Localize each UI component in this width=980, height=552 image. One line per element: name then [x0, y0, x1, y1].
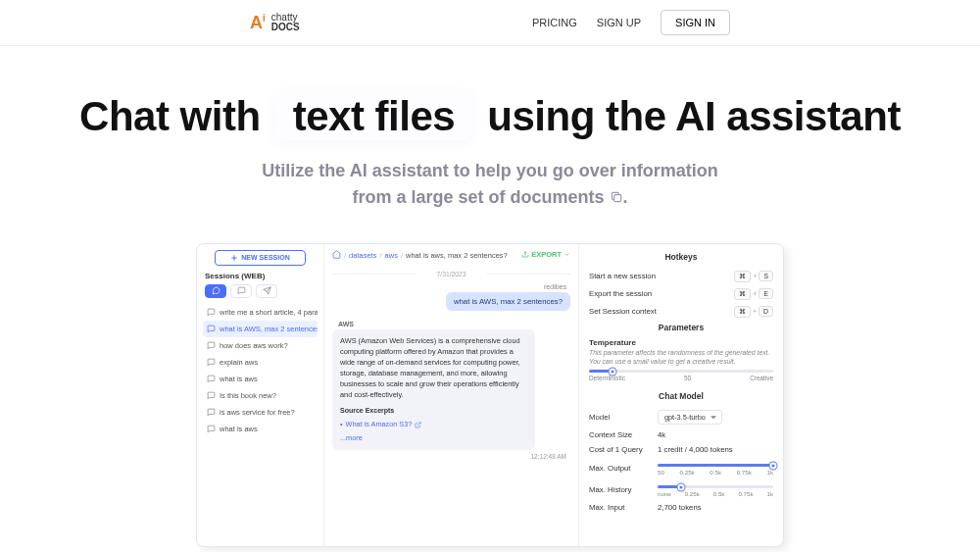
temp-slider[interactable]: [589, 370, 773, 373]
user-name: redibes: [332, 283, 570, 290]
nav-signup[interactable]: SIGN UP: [597, 17, 641, 28]
ctx-label: Context Size: [589, 430, 658, 439]
session-item[interactable]: Is this book new?: [203, 387, 318, 404]
parameters-title: Parameters: [589, 323, 773, 332]
send-icon: [263, 286, 271, 295]
user-message: what is AWS, max 2 sentences?: [446, 292, 570, 311]
session-item-label: how does aws work?: [220, 341, 288, 350]
chat-icon: [207, 341, 216, 350]
source-link-text: What is Amazon S3?: [346, 420, 413, 430]
sessions-heading: Sessions (WEB): [205, 272, 316, 280]
key: ⌘: [734, 271, 751, 282]
hero-sub-line1: Utilize the AI assistant to help you go …: [262, 161, 717, 180]
hotkey-row: Export the session ⌘+E: [589, 285, 773, 303]
logo-line2: DOCS: [271, 23, 300, 32]
session-item-label: explain aws: [220, 358, 258, 367]
key: ⌘: [734, 306, 751, 318]
hotkey-label: Export the session: [589, 289, 652, 298]
chatmodel-title: Chat Model: [589, 391, 773, 401]
session-item[interactable]: what is aws: [203, 371, 318, 387]
logo[interactable]: Ai chatty DOCS: [250, 13, 300, 33]
key: D: [759, 306, 773, 317]
hotkey-keys: ⌘+S: [734, 271, 773, 282]
key: ⌘: [734, 288, 751, 300]
nav-pricing[interactable]: PRICING: [532, 17, 577, 28]
logo-mark-icon: Ai: [250, 13, 266, 33]
more-link[interactable]: ...more: [340, 433, 527, 444]
maxin-row: Max. Input 2,700 tokens: [589, 500, 773, 515]
tab-doc[interactable]: [230, 284, 252, 298]
hotkey-row: Set Session context ⌘+D: [589, 303, 773, 321]
source-link[interactable]: • What is Amazon S3?: [340, 420, 527, 430]
slider-thumb[interactable]: [610, 368, 616, 375]
model-label: Model: [589, 413, 658, 422]
external-link-icon: [415, 422, 421, 428]
crumb-aws[interactable]: aws: [385, 251, 398, 260]
session-item[interactable]: how does aws work?: [203, 337, 318, 354]
hotkey-row: Start a new session ⌘+S: [589, 268, 773, 285]
crumb-datasets[interactable]: datasets: [349, 251, 376, 260]
model-row: Model gpt-3.5-turbo: [589, 407, 773, 427]
model-select[interactable]: gpt-3.5-turbo: [658, 410, 722, 425]
ctx-value: 4k: [658, 430, 773, 439]
date-divider: 7/31/2023: [332, 271, 570, 277]
new-session-label: NEW SESSION: [241, 254, 289, 261]
slider-thumb[interactable]: [677, 483, 684, 490]
session-item[interactable]: write me a short article, 4 para...: [203, 304, 318, 321]
cost-row: Cost of 1 Query 1 credit / 4,000 tokens: [589, 442, 773, 457]
plus-icon: [230, 254, 238, 262]
session-item-active[interactable]: what is AWS, max 2 sentences?: [203, 321, 318, 337]
cost-value: 1 credit / 4,000 tokens: [658, 445, 773, 454]
hotkey-keys: ⌘+D: [734, 306, 773, 318]
ai-label: AWS: [338, 321, 570, 327]
maxout-row: Max. Output 500.25k0.5k0.75k1k: [589, 457, 773, 478]
hero-sub-line2: from a large set of documents: [352, 187, 609, 207]
maxhist-slider[interactable]: [658, 485, 773, 488]
temp-label: Temperature: [589, 338, 773, 347]
app-screenshot: NEW SESSION Sessions (WEB) write me a sh…: [196, 243, 784, 547]
maxout-slider[interactable]: [658, 464, 773, 467]
hotkey-keys: ⌘+E: [734, 288, 773, 300]
cost-label: Cost of 1 Query: [589, 445, 658, 454]
session-item[interactable]: what is aws: [203, 421, 318, 437]
new-session-button[interactable]: NEW SESSION: [215, 250, 307, 266]
temp-desc: This parameter affects the randomness of…: [589, 349, 773, 367]
hero-title-highlight: text files: [275, 93, 472, 140]
source-excerpts-title: Source Excerpts: [340, 406, 527, 417]
doc-icon: [237, 286, 246, 295]
export-label: EXPORT: [531, 250, 562, 259]
export-icon: [521, 250, 529, 258]
key: E: [759, 288, 773, 299]
hero-title-a: Chat with: [79, 93, 260, 139]
chat-icon: [207, 358, 216, 367]
hotkey-label: Set Session context: [589, 307, 657, 316]
hero: Chat with text files using the AI assist…: [0, 46, 980, 229]
hero-title: Chat with text files using the AI assist…: [29, 93, 951, 140]
sidebar: NEW SESSION Sessions (WEB) write me a sh…: [197, 244, 324, 546]
key: S: [759, 271, 773, 281]
tab-chat[interactable]: [205, 284, 226, 298]
chat-panel: / datasets / aws / what is aws, max 2 se…: [324, 244, 579, 546]
session-item-label: what is AWS, max 2 sentences?: [220, 325, 318, 333]
copy-icon: [610, 185, 623, 212]
session-item-label: is aws service for free?: [220, 408, 295, 417]
session-filter-tabs: [205, 284, 316, 298]
hotkey-label: Start a new session: [589, 272, 656, 280]
export-button[interactable]: EXPORT: [521, 250, 570, 259]
timestamp: 12:12:48 AM: [332, 453, 570, 460]
home-icon[interactable]: [332, 250, 341, 261]
ai-message: AWS (Amazon Web Services) is a comprehen…: [332, 329, 535, 450]
maxhist-row: Max. History none0.25k0.5k0.75k1k: [589, 478, 773, 500]
chat-icon: [207, 308, 216, 317]
chat-icon: [207, 408, 216, 417]
nav-links: PRICING SIGN UP SIGN IN: [532, 10, 730, 35]
chat-icon: [207, 375, 216, 383]
tab-send[interactable]: [256, 284, 277, 298]
session-item[interactable]: is aws service for free?: [203, 404, 318, 421]
session-item[interactable]: explain aws: [203, 354, 318, 371]
chat-icon: [207, 425, 216, 433]
ctx-row: Context Size 4k: [589, 427, 773, 442]
session-item-label: what is aws: [220, 425, 258, 433]
slider-thumb[interactable]: [770, 462, 777, 469]
signin-button[interactable]: SIGN IN: [661, 10, 730, 35]
